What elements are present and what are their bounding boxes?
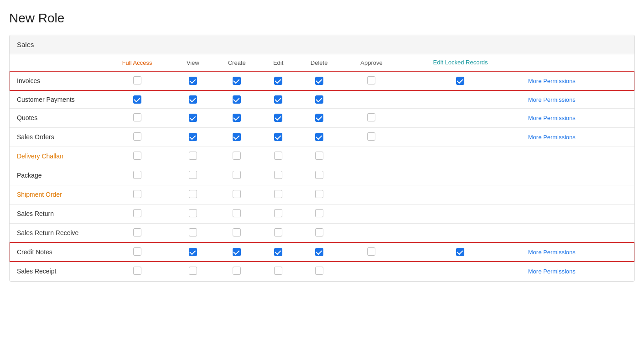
checkbox-view-shipment-order[interactable] xyxy=(189,190,197,198)
checkbox-full_access-sales-return[interactable] xyxy=(133,209,141,217)
cell-create-credit-notes xyxy=(213,242,261,262)
table-header-row: Full Access View Create Edit Delete Appr… xyxy=(10,54,634,71)
checkbox-approve-quotes[interactable] xyxy=(367,113,375,121)
checkbox-edit-sales-orders[interactable] xyxy=(274,133,282,141)
checkbox-edit-sales-return-receive[interactable] xyxy=(274,228,282,236)
checkbox-full_access-shipment-order[interactable] xyxy=(133,190,141,198)
more-permissions-link-quotes[interactable]: More Permissions xyxy=(528,115,576,121)
checkbox-full_access-sales-return-receive[interactable] xyxy=(133,228,141,236)
checkbox-create-package[interactable] xyxy=(233,171,241,179)
table-row: QuotesMore Permissions xyxy=(10,108,634,127)
checkbox-edit-quotes[interactable] xyxy=(274,114,282,122)
checkbox-create-delivery-challan[interactable] xyxy=(233,152,241,160)
cell-create-delivery-challan xyxy=(213,147,261,166)
checkbox-approve-sales-orders[interactable] xyxy=(367,132,375,141)
cell-edit-locked-sales-return xyxy=(400,204,521,223)
cell-view-invoices xyxy=(173,71,213,90)
cell-delete-sales-orders xyxy=(296,127,343,147)
checkbox-full_access-quotes[interactable] xyxy=(133,113,141,121)
checkbox-full_access-delivery-challan[interactable] xyxy=(133,152,141,160)
checkbox-edit-delivery-challan[interactable] xyxy=(274,152,282,160)
checkbox-edit-customer-payments[interactable] xyxy=(274,95,282,104)
checkbox-edit-invoices[interactable] xyxy=(274,77,282,85)
cell-edit-shipment-order xyxy=(261,185,296,204)
checkbox-edit-package[interactable] xyxy=(274,171,282,179)
checkbox-edit-locked-invoices[interactable] xyxy=(456,77,464,85)
checkbox-full_access-sales-receipt[interactable] xyxy=(133,267,141,275)
col-header-more xyxy=(521,54,634,71)
checkbox-view-sales-orders[interactable] xyxy=(189,133,197,141)
checkbox-view-sales-receipt[interactable] xyxy=(189,267,197,275)
checkbox-view-quotes[interactable] xyxy=(189,114,197,122)
checkbox-delete-sales-receipt[interactable] xyxy=(315,267,323,275)
checkbox-view-package[interactable] xyxy=(189,171,197,179)
checkbox-view-sales-return[interactable] xyxy=(189,209,197,217)
table-row: InvoicesMore Permissions xyxy=(10,71,634,90)
checkbox-create-credit-notes[interactable] xyxy=(233,248,241,256)
cell-edit-delivery-challan xyxy=(261,147,296,166)
cell-delete-invoices xyxy=(296,71,343,90)
cell-more-invoices: More Permissions xyxy=(521,71,634,90)
cell-edit-credit-notes xyxy=(261,242,296,262)
checkbox-create-quotes[interactable] xyxy=(233,114,241,122)
checkbox-delete-credit-notes[interactable] xyxy=(315,248,323,256)
cell-full_access-sales-orders xyxy=(101,127,173,147)
more-permissions-link-sales-receipt[interactable]: More Permissions xyxy=(528,268,576,275)
cell-full_access-sales-return-receive xyxy=(101,223,173,242)
cell-edit-sales-orders xyxy=(261,127,296,147)
checkbox-view-invoices[interactable] xyxy=(189,77,197,85)
cell-more-sales-receipt: More Permissions xyxy=(521,262,634,281)
checkbox-create-sales-receipt[interactable] xyxy=(233,267,241,275)
checkbox-edit-sales-receipt[interactable] xyxy=(274,267,282,275)
checkbox-edit-credit-notes[interactable] xyxy=(274,248,282,256)
checkbox-create-customer-payments[interactable] xyxy=(233,95,241,104)
checkbox-full_access-sales-orders[interactable] xyxy=(133,132,141,141)
checkbox-delete-sales-return-receive[interactable] xyxy=(315,228,323,236)
checkbox-edit-shipment-order[interactable] xyxy=(274,190,282,198)
checkbox-delete-sales-orders[interactable] xyxy=(315,133,323,141)
cell-edit-package xyxy=(261,166,296,185)
checkbox-create-shipment-order[interactable] xyxy=(233,190,241,198)
more-permissions-link-sales-orders[interactable]: More Permissions xyxy=(528,134,576,141)
checkbox-full_access-credit-notes[interactable] xyxy=(133,247,141,256)
cell-create-shipment-order xyxy=(213,185,261,204)
cell-view-shipment-order xyxy=(173,185,213,204)
checkbox-delete-sales-return[interactable] xyxy=(315,209,323,217)
checkbox-create-sales-return-receive[interactable] xyxy=(233,228,241,236)
col-header-delete: Delete xyxy=(296,54,343,71)
more-permissions-link-customer-payments[interactable]: More Permissions xyxy=(528,96,576,103)
checkbox-view-customer-payments[interactable] xyxy=(189,95,197,104)
cell-edit-sales-receipt xyxy=(261,262,296,281)
checkbox-approve-invoices[interactable] xyxy=(367,76,375,84)
checkbox-view-credit-notes[interactable] xyxy=(189,248,197,256)
cell-full_access-customer-payments xyxy=(101,90,173,108)
checkbox-edit-locked-credit-notes[interactable] xyxy=(456,248,464,256)
checkbox-edit-sales-return[interactable] xyxy=(274,209,282,217)
cell-more-sales-orders: More Permissions xyxy=(521,127,634,147)
cell-edit-sales-return-receive xyxy=(261,223,296,242)
more-permissions-link-invoices[interactable]: More Permissions xyxy=(528,78,576,84)
checkbox-delete-customer-payments[interactable] xyxy=(315,95,323,104)
checkbox-full_access-package[interactable] xyxy=(133,171,141,179)
checkbox-create-invoices[interactable] xyxy=(233,77,241,85)
checkbox-full_access-customer-payments[interactable] xyxy=(133,95,141,104)
checkbox-view-sales-return-receive[interactable] xyxy=(189,228,197,236)
col-header-create: Create xyxy=(213,54,261,71)
checkbox-delete-quotes[interactable] xyxy=(315,114,323,122)
checkbox-full_access-invoices[interactable] xyxy=(133,76,141,84)
checkbox-delete-package[interactable] xyxy=(315,171,323,179)
checkbox-delete-invoices[interactable] xyxy=(315,77,323,85)
checkbox-delete-delivery-challan[interactable] xyxy=(315,152,323,160)
checkbox-create-sales-orders[interactable] xyxy=(233,133,241,141)
cell-create-sales-orders xyxy=(213,127,261,147)
checkbox-delete-shipment-order[interactable] xyxy=(315,190,323,198)
cell-edit-locked-customer-payments xyxy=(400,90,521,108)
cell-edit-locked-sales-return-receive xyxy=(400,223,521,242)
checkbox-view-delivery-challan[interactable] xyxy=(189,152,197,160)
checkbox-create-sales-return[interactable] xyxy=(233,209,241,217)
cell-approve-quotes xyxy=(343,108,400,127)
cell-more-package xyxy=(521,166,634,185)
cell-edit-locked-credit-notes xyxy=(400,242,521,262)
checkbox-approve-credit-notes[interactable] xyxy=(367,247,375,256)
more-permissions-link-credit-notes[interactable]: More Permissions xyxy=(528,249,576,256)
